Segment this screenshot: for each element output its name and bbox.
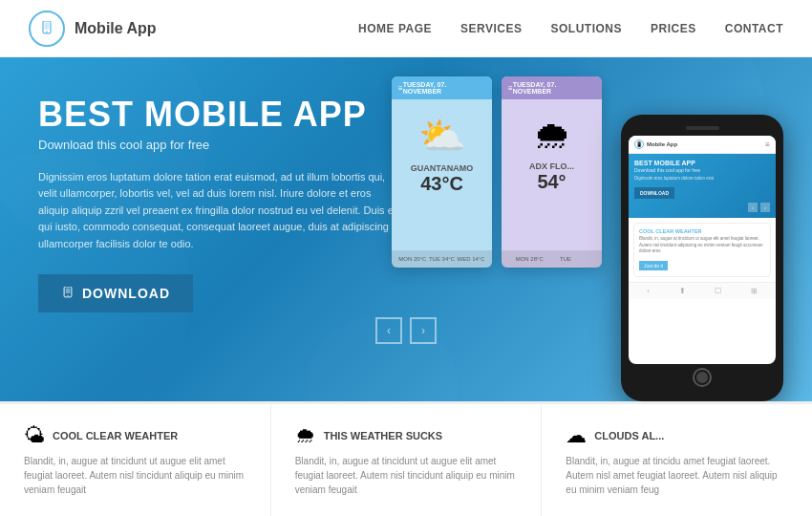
phone-hero-body: Dignissim eros luptatum dolore tation er… bbox=[634, 176, 770, 182]
mockups-area: ≡ TUESDAY, 07. NOVEMBER ⛅ GUANTANAMO 43°… bbox=[392, 76, 602, 268]
hero-body: Dignissim eros luptatum dolore tation er… bbox=[38, 169, 401, 253]
mockup-blue-body: ⛅ GUANTANAMO 43°C bbox=[392, 99, 492, 250]
hero-arrows: ‹ › bbox=[375, 317, 437, 344]
weather-rain-icon: 🌧 bbox=[533, 114, 571, 157]
phone-feature-card: COOL CLEAR WEAHTER Blandit, in, augue at… bbox=[633, 223, 771, 277]
feature-sun-icon: 🌤 bbox=[24, 423, 45, 448]
mockup-lavender-footer: MON 28°C TUE bbox=[502, 250, 602, 268]
feature-item-1: 🌤 COOL CLEAR WEAHTER Blandit, in, augue … bbox=[0, 404, 271, 516]
mockup-lavender: ≡ TUESDAY, 07. NOVEMBER 🌧 ADX FLO... 54°… bbox=[502, 76, 602, 268]
feature-item-2: 🌧 THIS WEATHER SUCKS Blandit, in, augue … bbox=[271, 404, 543, 516]
navbar: Mobile App HOME PAGE SERVICES SOLUTIONS … bbox=[0, 0, 812, 57]
mockup-blue-footer: MON 20°C TUE 34°C WED 14°C bbox=[392, 250, 492, 268]
phone-prev[interactable]: ‹ bbox=[748, 203, 758, 212]
feature-header-1: 🌤 COOL CLEAR WEAHTER bbox=[24, 423, 246, 448]
nav-services[interactable]: SERVICES bbox=[460, 22, 522, 35]
temperature-2: 54° bbox=[537, 171, 566, 193]
features-section: 🌤 COOL CLEAR WEAHTER Blandit, in, augue … bbox=[0, 401, 812, 516]
weather-sun-icon: ⛅ bbox=[418, 114, 466, 159]
phone-download-button[interactable]: DOWNLOAD bbox=[634, 187, 674, 199]
feature-title-2: THIS WEATHER SUCKS bbox=[324, 430, 442, 441]
phone-arrows: ‹ › bbox=[634, 203, 770, 212]
next-arrow[interactable]: › bbox=[410, 317, 437, 344]
phone-speaker bbox=[686, 126, 719, 130]
download-button[interactable]: DOWNLOAD bbox=[38, 274, 193, 312]
phone-home-button[interactable] bbox=[693, 368, 712, 387]
phone-grid-icon[interactable]: ⊞ bbox=[751, 287, 758, 295]
hero-section: BEST MOBILE APP Download this cool app f… bbox=[0, 57, 812, 401]
logo-text: Mobile App bbox=[75, 20, 157, 37]
feature-header-3: ☁ CLOUDS AL... bbox=[566, 423, 788, 448]
mockup-blue: ≡ TUESDAY, 07. NOVEMBER ⛅ GUANTANAMO 43°… bbox=[392, 76, 492, 268]
phone-bottom-bar: ‹ ⬆ ☐ ⊞ bbox=[629, 282, 776, 299]
hero-subtitle: Download this cool app for free bbox=[38, 138, 401, 152]
svg-point-11 bbox=[67, 294, 68, 295]
temperature: 43°C bbox=[420, 173, 463, 195]
nav-links: HOME PAGE SERVICES SOLUTIONS PRICES CONT… bbox=[358, 22, 783, 35]
phone-share-icon[interactable]: ⬆ bbox=[679, 287, 686, 295]
phone-logo: Mobile App bbox=[647, 141, 677, 147]
nav-contact[interactable]: CONTACT bbox=[725, 22, 783, 35]
phone-home-inner bbox=[696, 372, 708, 383]
phone-screen-header: 📱 Mobile App ≡ bbox=[629, 136, 776, 154]
phone-hero-area: BEST MOBILE APP Download this cool app f… bbox=[629, 154, 776, 218]
svg-rect-1 bbox=[45, 22, 50, 29]
phone-card-title: COOL CLEAR WEAHTER bbox=[639, 228, 765, 234]
hero-content: BEST MOBILE APP Download this cool app f… bbox=[38, 96, 401, 312]
feature-text-2: Blandit, in, augue at tincidunt ut augue… bbox=[295, 454, 518, 497]
feature-header-2: 🌧 THIS WEATHER SUCKS bbox=[295, 423, 518, 448]
mockup-blue-header: ≡ TUESDAY, 07. NOVEMBER bbox=[392, 76, 492, 99]
feature-text-1: Blandit, in, augue at tincidunt ut augue… bbox=[24, 454, 246, 497]
nav-home[interactable]: HOME PAGE bbox=[358, 22, 432, 35]
phone-just-do-button[interactable]: Just do it bbox=[639, 261, 668, 270]
svg-point-2 bbox=[46, 31, 48, 32]
hero-title: BEST MOBILE APP bbox=[38, 96, 401, 134]
logo-area: Mobile App bbox=[29, 11, 157, 47]
smartphone-mockup: 📱 Mobile App ≡ BEST MOBILE APP Download … bbox=[621, 115, 783, 401]
phone-hero-title: BEST MOBILE APP bbox=[634, 160, 770, 166]
city-name: GUANTANAMO bbox=[411, 163, 473, 173]
nav-prices[interactable]: PRICES bbox=[651, 22, 696, 35]
feature-text-3: Blandit, in, augue at tincidu amet feugi… bbox=[566, 454, 788, 497]
logo-icon bbox=[29, 11, 65, 47]
download-label: DOWNLOAD bbox=[82, 286, 170, 301]
feature-item-3: ☁ CLOUDS AL... Blandit, in, augue at tin… bbox=[542, 404, 812, 516]
prev-arrow[interactable]: ‹ bbox=[375, 317, 402, 344]
mockup-lavender-header: ≡ TUESDAY, 07. NOVEMBER bbox=[502, 76, 602, 99]
feature-title-3: CLOUDS AL... bbox=[594, 430, 664, 441]
nav-solutions[interactable]: SOLUTIONS bbox=[551, 22, 623, 35]
phone-hero-subtitle: Download this cool app for free bbox=[634, 167, 770, 173]
mockup-lavender-body: 🌧 ADX FLO... 54° bbox=[502, 99, 602, 250]
city-name-2: ADX FLO... bbox=[529, 161, 574, 171]
phone-next[interactable]: › bbox=[760, 203, 770, 212]
phone-back-icon[interactable]: ‹ bbox=[647, 287, 650, 295]
phone-screen: 📱 Mobile App ≡ BEST MOBILE APP Download … bbox=[629, 136, 776, 364]
phone-card-body: Blandit, in, augue at tincidunt ut augue… bbox=[639, 236, 765, 254]
feature-title-1: COOL CLEAR WEAHTER bbox=[53, 430, 178, 441]
feature-cloud-icon: ☁ bbox=[566, 423, 587, 448]
svg-rect-10 bbox=[66, 288, 71, 292]
phone-bookmark-icon[interactable]: ☐ bbox=[715, 287, 721, 295]
feature-rain-icon: 🌧 bbox=[295, 423, 316, 448]
